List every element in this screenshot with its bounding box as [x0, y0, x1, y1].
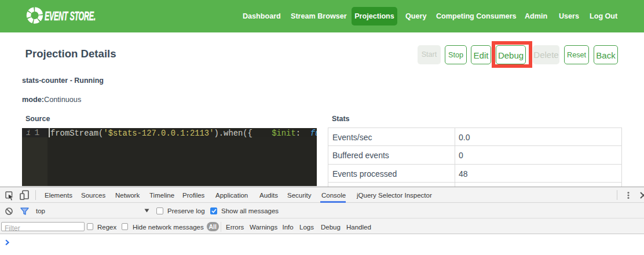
svg-text:EVENT STORE.: EVENT STORE.	[45, 9, 96, 24]
